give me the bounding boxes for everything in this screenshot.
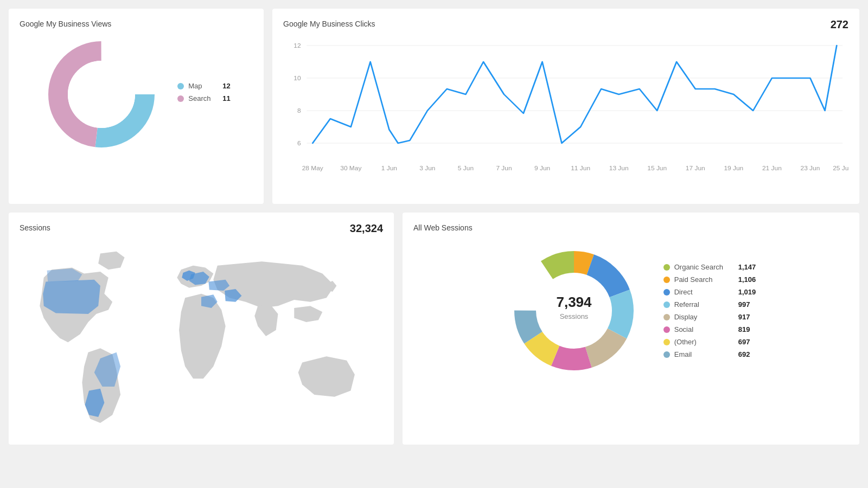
svg-text:10: 10	[293, 75, 301, 81]
direct-label: Direct	[674, 288, 734, 296]
organic-search-dot	[663, 264, 670, 271]
svg-text:3 Jun: 3 Jun	[419, 165, 435, 171]
display-value: 917	[738, 313, 750, 321]
top-row: Google My Business Views Map 12	[9, 9, 859, 204]
gmb-clicks-total: 272	[831, 18, 848, 31]
svg-text:1 Jun: 1 Jun	[381, 165, 397, 171]
web-sessions-content: 7,394 Sessions Organic Search 1,147 Paid…	[413, 243, 848, 378]
gmb-views-card: Google My Business Views Map 12	[9, 9, 264, 204]
legend-email: Email 692	[663, 350, 756, 358]
other-value: 697	[738, 338, 750, 346]
social-label: Social	[674, 325, 734, 333]
organic-search-label: Organic Search	[674, 263, 734, 271]
svg-text:9 Jun: 9 Jun	[534, 165, 550, 171]
display-label: Display	[674, 313, 734, 321]
world-map-container	[20, 239, 383, 434]
legend-referral: Referral 997	[663, 300, 756, 309]
sessions-title: Sessions	[20, 223, 383, 232]
svg-text:7 Jun: 7 Jun	[496, 165, 512, 171]
gmb-clicks-chart: 12 10 8 6 28 May 30 May 1 Jun 3 Jun 5 Ju…	[283, 35, 848, 187]
map-label: Map	[188, 82, 218, 90]
svg-text:19 Jun: 19 Jun	[724, 165, 743, 171]
bottom-row: Sessions 32,324	[9, 213, 859, 445]
direct-value: 1,019	[738, 288, 756, 296]
line-path	[312, 46, 837, 143]
svg-text:15 Jun: 15 Jun	[647, 165, 667, 171]
gmb-clicks-card: Google My Business Clicks 272 12 10 8 6 …	[272, 9, 859, 204]
svg-text:6: 6	[297, 140, 301, 146]
social-dot	[663, 326, 670, 333]
other-label: (Other)	[674, 338, 734, 346]
organic-search-value: 1,147	[738, 263, 756, 271]
legend-direct: Direct 1,019	[663, 288, 756, 296]
svg-text:12: 12	[293, 42, 301, 48]
legend-display: Display 917	[663, 313, 756, 321]
paid-search-value: 1,106	[738, 275, 756, 284]
map-dot	[177, 83, 184, 89]
web-sessions-title: All Web Sessions	[413, 223, 848, 232]
gmb-clicks-title: Google My Business Clicks	[283, 20, 848, 28]
web-sessions-donut-wrapper: 7,394 Sessions	[506, 243, 642, 378]
legend-map: Map 12	[177, 82, 230, 90]
line-chart-svg: 12 10 8 6 28 May 30 May 1 Jun 3 Jun 5 Ju…	[283, 35, 848, 187]
svg-text:30 May: 30 May	[340, 165, 361, 171]
svg-point-2	[68, 61, 135, 128]
donut-center-label: Sessions	[559, 312, 588, 320]
legend-other: (Other) 697	[663, 338, 756, 346]
svg-point-34	[537, 274, 611, 348]
search-label: Search	[188, 94, 218, 102]
world-map-svg	[20, 244, 383, 428]
sessions-card: Sessions 32,324	[9, 213, 394, 445]
svg-text:5 Jun: 5 Jun	[458, 165, 474, 171]
other-dot	[663, 339, 670, 345]
legend-organic-search: Organic Search 1,147	[663, 263, 756, 271]
svg-text:25 Jun: 25 Jun	[833, 165, 848, 171]
gmb-views-title: Google My Business Views	[20, 20, 253, 28]
sessions-total: 32,324	[350, 222, 383, 235]
search-dot	[177, 95, 184, 102]
dashboard: Google My Business Views Map 12	[9, 9, 859, 445]
legend-paid-search: Paid Search 1,106	[663, 275, 756, 284]
web-sessions-donut-svg: 7,394 Sessions	[506, 243, 642, 378]
direct-dot	[663, 289, 670, 296]
display-dot	[663, 314, 670, 320]
legend-search: Search 11	[177, 94, 230, 102]
email-label: Email	[674, 350, 734, 358]
social-value: 819	[738, 325, 750, 333]
svg-text:11 Jun: 11 Jun	[571, 165, 590, 171]
referral-value: 997	[738, 300, 750, 309]
svg-text:28 May: 28 May	[302, 165, 323, 171]
gmb-views-donut	[42, 35, 161, 154]
gmb-views-legend: Map 12 Search 11	[177, 82, 230, 107]
svg-text:13 Jun: 13 Jun	[609, 165, 629, 171]
email-value: 692	[738, 350, 750, 358]
svg-text:8: 8	[297, 107, 301, 113]
svg-text:21 Jun: 21 Jun	[762, 165, 782, 171]
email-dot	[663, 351, 670, 358]
web-sessions-legend: Organic Search 1,147 Paid Search 1,106 D…	[663, 263, 756, 358]
referral-label: Referral	[674, 300, 734, 309]
gmb-views-donut-area: Map 12 Search 11	[20, 35, 253, 154]
svg-text:23 Jun: 23 Jun	[801, 165, 820, 171]
paid-search-dot	[663, 277, 670, 283]
donut-center-number: 7,394	[556, 294, 592, 310]
web-sessions-card: All Web Sessions	[403, 213, 859, 445]
map-value: 12	[222, 82, 230, 90]
paid-search-label: Paid Search	[674, 275, 734, 284]
referral-dot	[663, 301, 670, 308]
search-value: 11	[222, 94, 230, 102]
svg-text:17 Jun: 17 Jun	[686, 165, 705, 171]
legend-social: Social 819	[663, 325, 756, 333]
